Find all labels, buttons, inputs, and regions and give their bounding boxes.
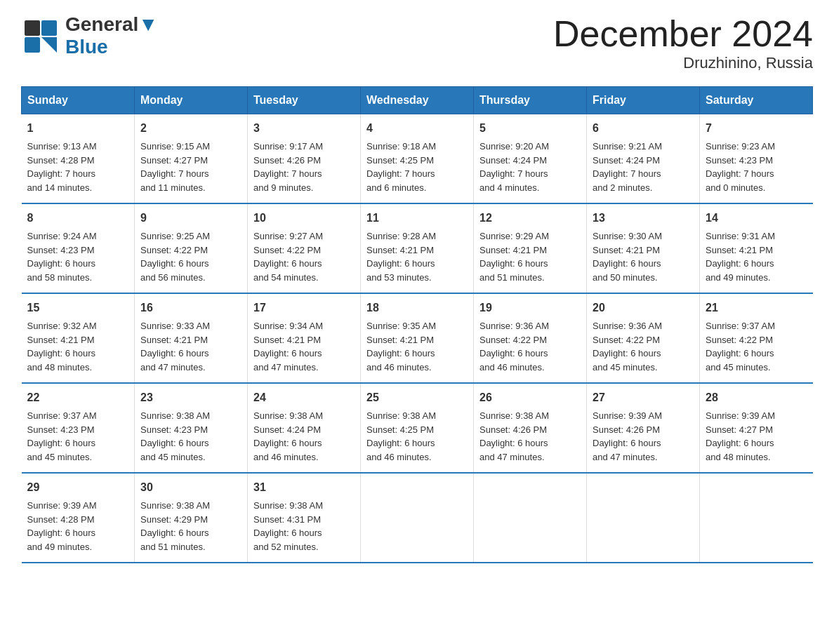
- day-info: Sunrise: 9:37 AM Sunset: 4:22 PM Dayligh…: [706, 319, 807, 374]
- day-info: Sunrise: 9:36 AM Sunset: 4:22 PM Dayligh…: [593, 319, 694, 374]
- svg-rect-0: [25, 20, 40, 36]
- header-wednesday: Wednesday: [361, 87, 474, 114]
- day-number: 7: [706, 120, 807, 137]
- calendar-cell: 11Sunrise: 9:28 AM Sunset: 4:21 PM Dayli…: [361, 203, 474, 293]
- calendar-cell: [361, 473, 474, 563]
- day-info: Sunrise: 9:30 AM Sunset: 4:21 PM Dayligh…: [593, 229, 694, 284]
- day-number: 12: [479, 210, 581, 227]
- logo-text-line1: General▼: [65, 14, 158, 36]
- day-number: 21: [706, 300, 807, 316]
- day-info: Sunrise: 9:20 AM Sunset: 4:24 PM Dayligh…: [479, 140, 581, 194]
- calendar-cell: 6Sunrise: 9:21 AM Sunset: 4:24 PM Daylig…: [587, 114, 700, 204]
- location-subtitle: Druzhinino, Russia: [553, 54, 813, 72]
- calendar-cell: 20Sunrise: 9:36 AM Sunset: 4:22 PM Dayli…: [587, 293, 700, 383]
- day-number: 27: [593, 389, 694, 406]
- calendar-cell: 13Sunrise: 9:30 AM Sunset: 4:21 PM Dayli…: [587, 203, 700, 293]
- day-info: Sunrise: 9:38 AM Sunset: 4:29 PM Dayligh…: [140, 499, 241, 554]
- page-header: General▼ Blue December 2024 Druzhinino, …: [21, 14, 813, 72]
- day-number: 23: [140, 389, 241, 406]
- day-info: Sunrise: 9:39 AM Sunset: 4:27 PM Dayligh…: [706, 409, 807, 464]
- day-info: Sunrise: 9:38 AM Sunset: 4:25 PM Dayligh…: [366, 409, 468, 464]
- day-number: 17: [253, 300, 355, 316]
- calendar-cell: 14Sunrise: 9:31 AM Sunset: 4:21 PM Dayli…: [700, 203, 813, 293]
- day-info: Sunrise: 9:27 AM Sunset: 4:22 PM Dayligh…: [253, 229, 355, 284]
- logo: General▼ Blue: [21, 14, 158, 58]
- svg-marker-3: [41, 37, 57, 53]
- calendar-cell: [474, 473, 587, 563]
- day-number: 22: [27, 389, 129, 406]
- day-number: 5: [479, 120, 581, 137]
- day-number: 20: [593, 300, 694, 316]
- day-number: 18: [366, 300, 468, 316]
- calendar-cell: 2Sunrise: 9:15 AM Sunset: 4:27 PM Daylig…: [135, 114, 248, 204]
- day-info: Sunrise: 9:24 AM Sunset: 4:23 PM Dayligh…: [27, 229, 129, 284]
- day-number: 2: [140, 120, 241, 137]
- calendar-cell: 1Sunrise: 9:13 AM Sunset: 4:28 PM Daylig…: [22, 114, 135, 204]
- day-number: 29: [27, 479, 129, 496]
- header-sunday: Sunday: [22, 87, 135, 114]
- day-number: 16: [140, 300, 241, 316]
- calendar-week-row: 15Sunrise: 9:32 AM Sunset: 4:21 PM Dayli…: [22, 293, 813, 383]
- day-info: Sunrise: 9:29 AM Sunset: 4:21 PM Dayligh…: [479, 229, 581, 284]
- day-info: Sunrise: 9:39 AM Sunset: 4:26 PM Dayligh…: [593, 409, 694, 464]
- svg-rect-2: [41, 20, 57, 36]
- day-number: 28: [706, 389, 807, 406]
- calendar-cell: 3Sunrise: 9:17 AM Sunset: 4:26 PM Daylig…: [248, 114, 361, 204]
- day-number: 31: [253, 479, 355, 496]
- calendar-cell: [587, 473, 700, 563]
- day-info: Sunrise: 9:17 AM Sunset: 4:26 PM Dayligh…: [253, 140, 355, 194]
- day-info: Sunrise: 9:25 AM Sunset: 4:22 PM Dayligh…: [140, 229, 241, 284]
- header-friday: Friday: [587, 87, 700, 114]
- header-monday: Monday: [135, 87, 248, 114]
- calendar-cell: 8Sunrise: 9:24 AM Sunset: 4:23 PM Daylig…: [22, 203, 135, 293]
- day-info: Sunrise: 9:33 AM Sunset: 4:21 PM Dayligh…: [140, 319, 241, 374]
- day-number: 6: [593, 120, 694, 137]
- day-info: Sunrise: 9:32 AM Sunset: 4:21 PM Dayligh…: [27, 319, 129, 374]
- day-info: Sunrise: 9:31 AM Sunset: 4:21 PM Dayligh…: [706, 229, 807, 284]
- calendar-header-row: Sunday Monday Tuesday Wednesday Thursday…: [22, 87, 813, 114]
- calendar-cell: 15Sunrise: 9:32 AM Sunset: 4:21 PM Dayli…: [22, 293, 135, 383]
- day-info: Sunrise: 9:34 AM Sunset: 4:21 PM Dayligh…: [253, 319, 355, 374]
- day-number: 8: [27, 210, 129, 227]
- header-tuesday: Tuesday: [248, 87, 361, 114]
- svg-rect-1: [25, 37, 40, 53]
- calendar-cell: 28Sunrise: 9:39 AM Sunset: 4:27 PM Dayli…: [700, 383, 813, 473]
- day-info: Sunrise: 9:38 AM Sunset: 4:23 PM Dayligh…: [140, 409, 241, 464]
- day-number: 19: [479, 300, 581, 316]
- calendar-cell: 19Sunrise: 9:36 AM Sunset: 4:22 PM Dayli…: [474, 293, 587, 383]
- day-info: Sunrise: 9:37 AM Sunset: 4:23 PM Dayligh…: [27, 409, 129, 464]
- calendar-title: December 2024: [553, 14, 813, 54]
- calendar-cell: 22Sunrise: 9:37 AM Sunset: 4:23 PM Dayli…: [22, 383, 135, 473]
- calendar-table: Sunday Monday Tuesday Wednesday Thursday…: [21, 86, 813, 563]
- calendar-cell: [700, 473, 813, 563]
- day-info: Sunrise: 9:13 AM Sunset: 4:28 PM Dayligh…: [27, 140, 129, 194]
- calendar-cell: 18Sunrise: 9:35 AM Sunset: 4:21 PM Dayli…: [361, 293, 474, 383]
- calendar-week-row: 29Sunrise: 9:39 AM Sunset: 4:28 PM Dayli…: [22, 473, 813, 563]
- day-info: Sunrise: 9:39 AM Sunset: 4:28 PM Dayligh…: [27, 499, 129, 554]
- calendar-cell: 4Sunrise: 9:18 AM Sunset: 4:25 PM Daylig…: [361, 114, 474, 204]
- day-number: 13: [593, 210, 694, 227]
- day-info: Sunrise: 9:28 AM Sunset: 4:21 PM Dayligh…: [366, 229, 468, 284]
- day-number: 30: [140, 479, 241, 496]
- calendar-cell: 27Sunrise: 9:39 AM Sunset: 4:26 PM Dayli…: [587, 383, 700, 473]
- calendar-cell: 10Sunrise: 9:27 AM Sunset: 4:22 PM Dayli…: [248, 203, 361, 293]
- calendar-cell: 16Sunrise: 9:33 AM Sunset: 4:21 PM Dayli…: [135, 293, 248, 383]
- day-number: 15: [27, 300, 129, 316]
- day-info: Sunrise: 9:35 AM Sunset: 4:21 PM Dayligh…: [366, 319, 468, 374]
- calendar-week-row: 22Sunrise: 9:37 AM Sunset: 4:23 PM Dayli…: [22, 383, 813, 473]
- day-number: 24: [253, 389, 355, 406]
- calendar-cell: 9Sunrise: 9:25 AM Sunset: 4:22 PM Daylig…: [135, 203, 248, 293]
- header-saturday: Saturday: [700, 87, 813, 114]
- day-number: 3: [253, 120, 355, 137]
- day-info: Sunrise: 9:38 AM Sunset: 4:26 PM Dayligh…: [479, 409, 581, 464]
- day-info: Sunrise: 9:21 AM Sunset: 4:24 PM Dayligh…: [593, 140, 694, 194]
- calendar-cell: 26Sunrise: 9:38 AM Sunset: 4:26 PM Dayli…: [474, 383, 587, 473]
- calendar-cell: 7Sunrise: 9:23 AM Sunset: 4:23 PM Daylig…: [700, 114, 813, 204]
- calendar-cell: 17Sunrise: 9:34 AM Sunset: 4:21 PM Dayli…: [248, 293, 361, 383]
- day-number: 14: [706, 210, 807, 227]
- day-info: Sunrise: 9:15 AM Sunset: 4:27 PM Dayligh…: [140, 140, 241, 194]
- day-info: Sunrise: 9:23 AM Sunset: 4:23 PM Dayligh…: [706, 140, 807, 194]
- day-info: Sunrise: 9:38 AM Sunset: 4:24 PM Dayligh…: [253, 409, 355, 464]
- calendar-week-row: 8Sunrise: 9:24 AM Sunset: 4:23 PM Daylig…: [22, 203, 813, 293]
- day-number: 9: [140, 210, 241, 227]
